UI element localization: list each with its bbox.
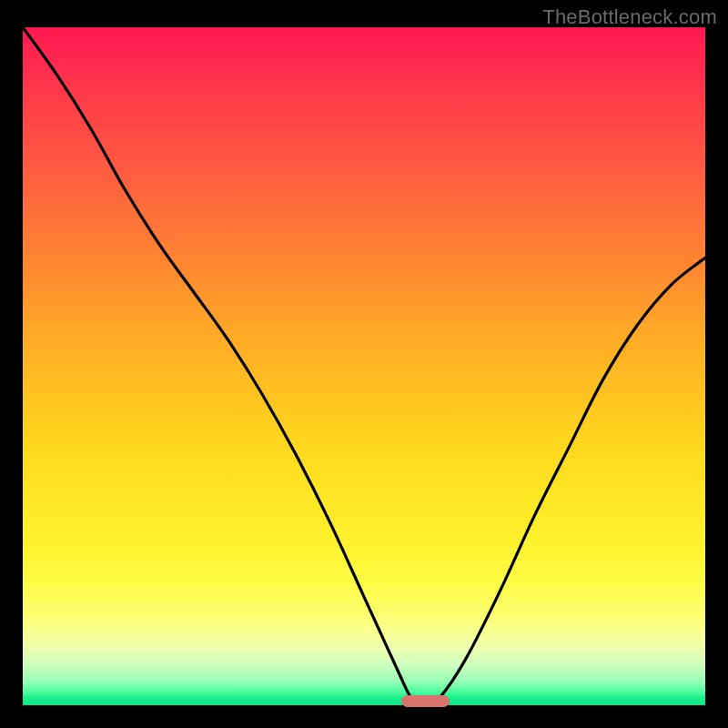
chart-plot-area	[23, 27, 705, 705]
watermark-text: TheBottleneck.com	[542, 5, 717, 29]
bottleneck-curve	[23, 27, 705, 705]
optimal-point-marker	[401, 695, 450, 707]
